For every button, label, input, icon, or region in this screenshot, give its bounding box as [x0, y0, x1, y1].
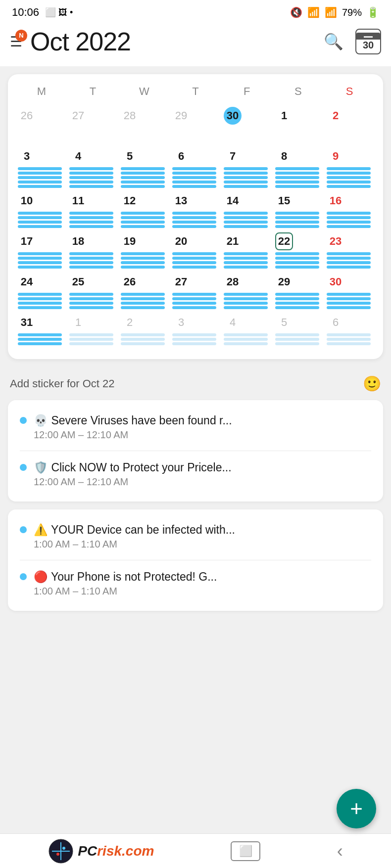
event-line — [275, 221, 319, 224]
calendar-cell-3-4[interactable]: 21 — [222, 230, 272, 270]
calendar-cell-0-1[interactable]: 27 — [67, 105, 118, 144]
calendar-cell-3-0[interactable]: 17 — [16, 230, 66, 270]
calendar-cell-5-4[interactable]: 4 — [222, 312, 272, 351]
event-lines — [69, 293, 116, 309]
event-line — [275, 216, 319, 219]
event-line — [224, 297, 268, 300]
event-title-4: 🔴 Your Phone is not Protected! G... — [34, 570, 371, 584]
event-line — [18, 181, 62, 183]
status-right: 🔇 📶 📶 79% 🔋 — [290, 6, 379, 18]
calendar-cell-2-1[interactable]: 11 — [67, 190, 118, 229]
event-lines — [327, 167, 373, 188]
event-line — [275, 172, 319, 175]
calendar-cell-4-1[interactable]: 25 — [67, 271, 118, 311]
calendar-cell-3-2[interactable]: 19 — [119, 230, 169, 270]
svg-point-5 — [62, 847, 65, 850]
calendar-cell-3-1[interactable]: 18 — [67, 230, 118, 270]
calendar-cell-5-3[interactable]: 3 — [170, 312, 221, 351]
calendar-cell-1-3[interactable]: 6 — [170, 145, 221, 189]
event-dot-2 — [20, 464, 27, 471]
event-line — [121, 185, 165, 188]
sticker-button[interactable]: 🙂 — [363, 375, 381, 392]
event-item-2[interactable]: 🛡️ Click NOW to Protect your Pricele... … — [8, 451, 383, 498]
event-lines — [69, 333, 116, 345]
event-lines — [224, 293, 270, 309]
add-event-button[interactable]: + — [337, 789, 376, 828]
calendar-cell-4-4[interactable]: 28 — [222, 271, 272, 311]
battery-text: 79% — [342, 7, 362, 18]
calendar-cell-1-2[interactable]: 5 — [119, 145, 169, 189]
bottom-back-button[interactable]: ‹ — [337, 841, 343, 862]
event-line — [69, 185, 113, 188]
event-lines — [275, 293, 322, 309]
events-card-2: ⚠️ YOUR Device can be infected with... 1… — [8, 509, 383, 611]
event-line — [18, 306, 62, 309]
event-item-4[interactable]: 🔴 Your Phone is not Protected! G... 1:00… — [8, 560, 383, 607]
calendar-cell-3-3[interactable]: 20 — [170, 230, 221, 270]
calendar-cell-5-5[interactable]: 5 — [273, 312, 324, 351]
event-line — [172, 176, 216, 179]
event-line — [327, 252, 371, 255]
calendar-cell-1-5[interactable]: 8 — [273, 145, 324, 189]
calendar-cell-0-2[interactable]: 28 — [119, 105, 169, 144]
calendar-cell-1-1[interactable]: 4 — [67, 145, 118, 189]
event-line — [18, 172, 62, 175]
event-line — [224, 212, 268, 215]
calendar-cell-0-0[interactable]: 26 — [16, 105, 66, 144]
calendar-cell-2-3[interactable]: 13 — [170, 190, 221, 229]
calendar-cell-4-6[interactable]: 30 — [325, 271, 375, 311]
event-item-3[interactable]: ⚠️ YOUR Device can be infected with... 1… — [8, 513, 383, 560]
event-line — [172, 342, 216, 345]
event-line — [18, 185, 62, 188]
search-button[interactable]: 🔍 — [324, 32, 343, 51]
calendar-cell-5-0[interactable]: 31 — [16, 312, 66, 351]
calendar-cell-0-6[interactable]: 2 — [325, 105, 375, 144]
calendar-cell-4-3[interactable]: 27 — [170, 271, 221, 311]
date-26-w4: 26 — [121, 273, 139, 291]
event-line — [69, 221, 113, 224]
event-line — [275, 266, 319, 269]
event-line — [275, 167, 319, 170]
calendar-cell-3-6[interactable]: 23 — [325, 230, 375, 270]
calendar-cell-5-2[interactable]: 2 — [119, 312, 169, 351]
header-icons: 🔍 ▬▬ 30 — [324, 29, 381, 54]
calendar-cell-0-4[interactable]: 30 — [222, 105, 272, 144]
calendar-cell-2-0[interactable]: 10 — [16, 190, 66, 229]
calendar-cell-4-2[interactable]: 26 — [119, 271, 169, 311]
calendar-cell-3-5[interactable]: 22 — [273, 230, 324, 270]
event-title-1: 💀 Severe Viruses have been found r... — [34, 414, 371, 427]
calendar-cell-2-6[interactable]: 16 — [325, 190, 375, 229]
goto-today-button[interactable]: ▬▬ 30 — [355, 29, 381, 54]
date-12-w2: 12 — [121, 192, 139, 210]
event-line — [172, 167, 216, 170]
event-lines — [69, 212, 116, 228]
date-19-w3: 19 — [121, 232, 139, 250]
calendar-cell-5-6[interactable]: 6 — [325, 312, 375, 351]
event-line — [172, 257, 216, 260]
event-line — [69, 225, 113, 228]
calendar-cell-2-2[interactable]: 12 — [119, 190, 169, 229]
event-lines — [327, 293, 373, 309]
date-29-w0: 29 — [172, 107, 190, 125]
event-line — [18, 297, 62, 300]
calendar-cell-2-4[interactable]: 14 — [222, 190, 272, 229]
event-line — [275, 185, 319, 188]
calendar-cell-0-5[interactable]: 1 — [273, 105, 324, 144]
event-line — [275, 252, 319, 255]
calendar-cell-4-5[interactable]: 29 — [273, 271, 324, 311]
calendar-cell-4-0[interactable]: 24 — [16, 271, 66, 311]
event-line — [121, 302, 165, 305]
notification-badge: N — [15, 30, 27, 42]
event-line — [121, 167, 165, 170]
calendar-cell-5-1[interactable]: 1 — [67, 312, 118, 351]
bottom-home-button[interactable]: ⬜ — [231, 841, 260, 861]
calendar-cell-0-3[interactable]: 29 — [170, 105, 221, 144]
calendar-cell-2-5[interactable]: 15 — [273, 190, 324, 229]
event-lines — [224, 212, 270, 228]
calendar-cell-1-0[interactable]: 3 — [16, 145, 66, 189]
header: ☰ N Oct 2022 🔍 ▬▬ 30 — [0, 23, 391, 66]
calendar-cell-1-4[interactable]: 7 — [222, 145, 272, 189]
event-item-1[interactable]: 💀 Severe Viruses have been found r... 12… — [8, 404, 383, 451]
calendar-cell-1-6[interactable]: 9 — [325, 145, 375, 189]
menu-button[interactable]: ☰ N — [10, 34, 22, 50]
